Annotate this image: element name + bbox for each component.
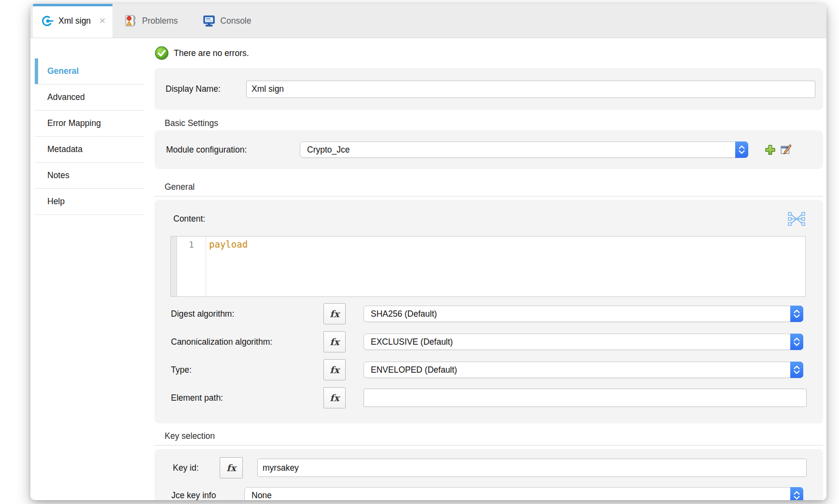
up-down-chevrons-icon[interactable] bbox=[790, 487, 803, 500]
tab-console[interactable]: Console bbox=[190, 4, 264, 38]
tab-label: Problems bbox=[142, 16, 178, 26]
sidebar-item-notes[interactable]: Notes bbox=[35, 163, 145, 189]
up-down-chevrons-icon[interactable] bbox=[790, 306, 803, 322]
fx-expression-button[interactable]: fx bbox=[323, 331, 346, 352]
sidebar-item-label: Metadata bbox=[47, 144, 83, 154]
tab-bar: Xml sign ✕ Problems bbox=[30, 4, 826, 38]
editor-code-line: payload bbox=[206, 237, 805, 296]
jce-key-info-row: Jce key info None bbox=[154, 486, 823, 500]
type-select[interactable]: ENVELOPED (Default) bbox=[364, 362, 803, 378]
digest-algorithm-label: Digest algorithm: bbox=[171, 309, 323, 319]
type-row: Type: fx ENVELOPED (Default) bbox=[154, 359, 823, 381]
up-down-chevrons-icon[interactable] bbox=[790, 334, 803, 350]
sidebar-item-metadata[interactable]: Metadata bbox=[35, 137, 145, 163]
console-icon bbox=[203, 15, 215, 27]
tab-label: Xml sign bbox=[58, 16, 91, 26]
digest-algorithm-row: Digest algorithm: fx SHA256 (Default) bbox=[154, 303, 823, 325]
sidebar-item-general[interactable]: General bbox=[35, 58, 145, 84]
module-configuration-label: Module configuration: bbox=[166, 145, 300, 155]
select-value: EXCLUSIVE (Default) bbox=[364, 337, 790, 347]
basic-settings-panel: Module configuration: Crypto_Jce bbox=[154, 130, 823, 169]
green-plus-icon bbox=[764, 144, 776, 156]
validation-status: There are no errors. bbox=[154, 46, 823, 60]
select-value: ENVELOPED (Default) bbox=[364, 365, 790, 375]
sidebar-item-label: Notes bbox=[47, 170, 70, 181]
key-id-row: Key id: fx bbox=[154, 457, 823, 479]
sidebar-item-advanced[interactable]: Advanced bbox=[35, 84, 145, 111]
canonicalization-algorithm-select[interactable]: EXCLUSIVE (Default) bbox=[364, 334, 803, 350]
sidebar-item-label: Error Mapping bbox=[47, 118, 101, 128]
tab-xml-sign[interactable]: Xml sign ✕ bbox=[33, 4, 112, 38]
editor-margin bbox=[171, 237, 177, 296]
key-selection-panel: Key id: fx Jce key info None bbox=[154, 449, 823, 500]
flow-component-icon bbox=[41, 14, 54, 28]
tab-label: Console bbox=[220, 16, 251, 26]
dataweave-mapping-icon[interactable] bbox=[788, 211, 805, 226]
content-label: Content: bbox=[173, 214, 788, 224]
up-down-chevrons-icon[interactable] bbox=[790, 362, 803, 378]
tab-problems[interactable]: Problems bbox=[112, 4, 190, 38]
fx-expression-button[interactable]: fx bbox=[323, 387, 346, 408]
select-value: SHA256 (Default) bbox=[364, 309, 790, 319]
select-value: None bbox=[245, 490, 790, 501]
select-value: Crypto_Jce bbox=[300, 145, 735, 155]
sidebar-item-error-mapping[interactable]: Error Mapping bbox=[35, 111, 145, 137]
key-id-label: Key id: bbox=[173, 463, 220, 473]
type-label: Type: bbox=[171, 365, 323, 375]
sidebar-item-help[interactable]: Help bbox=[35, 189, 145, 215]
green-check-circle-icon bbox=[154, 46, 169, 60]
sidebar-item-label: Advanced bbox=[47, 92, 85, 102]
sidebar-item-label: Help bbox=[47, 196, 65, 207]
display-name-label: Display Name: bbox=[166, 84, 246, 94]
add-config-button[interactable] bbox=[764, 144, 776, 156]
canonicalization-algorithm-label: Canonicalization algorithm: bbox=[171, 337, 323, 347]
properties-window: Xml sign ✕ Problems bbox=[30, 4, 826, 500]
display-name-panel: Display Name: bbox=[154, 68, 823, 110]
up-down-chevrons-icon[interactable] bbox=[735, 141, 748, 158]
content-expression-editor[interactable]: 1 payload bbox=[170, 236, 806, 297]
jce-key-info-label: Jce key info bbox=[171, 490, 244, 501]
fx-expression-button[interactable]: fx bbox=[220, 457, 243, 478]
close-icon[interactable]: ✕ bbox=[99, 17, 106, 25]
element-path-input[interactable] bbox=[364, 389, 807, 407]
sidebar-item-label: General bbox=[47, 66, 79, 76]
digest-algorithm-select[interactable]: SHA256 (Default) bbox=[364, 306, 803, 322]
section-title-general: General bbox=[154, 182, 823, 196]
jce-key-info-select[interactable]: None bbox=[244, 487, 803, 500]
display-name-input[interactable] bbox=[246, 81, 815, 98]
properties-sidebar: General Advanced Error Mapping Metadata … bbox=[30, 38, 154, 500]
section-title-key-selection: Key selection bbox=[154, 431, 823, 446]
general-panel: Content: bbox=[154, 200, 823, 423]
status-message: There are no errors. bbox=[174, 48, 249, 58]
element-path-label: Element path: bbox=[171, 393, 323, 403]
element-path-row: Element path: fx bbox=[154, 387, 823, 409]
problems-icon bbox=[125, 14, 137, 27]
canonicalization-algorithm-row: Canonicalization algorithm: fx EXCLUSIVE… bbox=[154, 331, 823, 353]
module-configuration-select[interactable]: Crypto_Jce bbox=[300, 141, 748, 158]
key-id-input[interactable] bbox=[257, 459, 807, 477]
editor-line-number: 1 bbox=[177, 237, 206, 296]
section-title-basic-settings: Basic Settings bbox=[154, 118, 823, 128]
edit-icon bbox=[780, 144, 792, 155]
edit-config-button[interactable] bbox=[780, 144, 792, 155]
fx-expression-button[interactable]: fx bbox=[323, 359, 346, 380]
fx-expression-button[interactable]: fx bbox=[323, 303, 346, 324]
